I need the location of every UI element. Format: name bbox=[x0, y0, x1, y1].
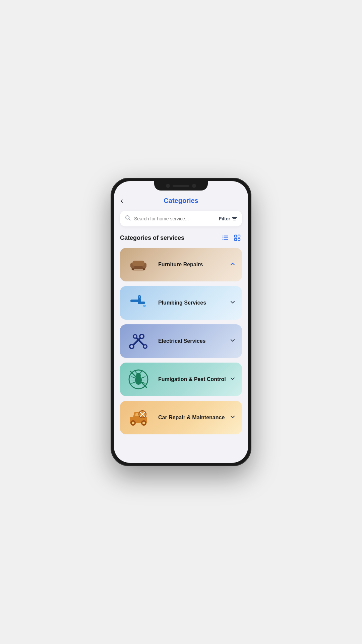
car-label: Car Repair & Maintenance bbox=[157, 415, 229, 421]
phone-frame: ‹ Categories Filter bbox=[111, 178, 251, 466]
bug-icon bbox=[128, 369, 149, 390]
car-icon-area bbox=[120, 401, 157, 434]
svg-rect-17 bbox=[132, 268, 134, 270]
svg-rect-18 bbox=[143, 268, 145, 270]
svg-line-36 bbox=[140, 371, 142, 374]
plumbing-chevron bbox=[229, 299, 242, 307]
wrench-cross-icon bbox=[128, 330, 149, 352]
sensor bbox=[192, 184, 196, 188]
sofa-icon bbox=[128, 254, 149, 275]
svg-point-23 bbox=[139, 296, 140, 298]
header: ‹ Categories bbox=[114, 193, 248, 207]
furniture-chevron bbox=[229, 261, 242, 269]
svg-point-29 bbox=[134, 335, 136, 338]
faucet-icon bbox=[128, 292, 149, 314]
search-icon bbox=[125, 215, 131, 222]
svg-point-27 bbox=[140, 335, 143, 338]
svg-line-39 bbox=[132, 382, 135, 383]
svg-line-1 bbox=[129, 219, 130, 220]
svg-rect-11 bbox=[238, 238, 240, 240]
furniture-label: Furniture Repairs bbox=[157, 262, 229, 268]
svg-point-48 bbox=[142, 422, 145, 424]
category-card-electrical[interactable]: Electrical Services bbox=[120, 324, 242, 358]
svg-line-40 bbox=[142, 377, 145, 378]
svg-rect-10 bbox=[235, 238, 237, 240]
svg-rect-8 bbox=[235, 235, 237, 237]
svg-point-31 bbox=[144, 345, 146, 348]
electrical-label: Electrical Services bbox=[157, 338, 229, 344]
fumigation-chevron bbox=[229, 375, 242, 384]
speaker bbox=[173, 185, 189, 187]
svg-point-6 bbox=[223, 237, 224, 238]
filter-button[interactable]: Filter bbox=[219, 216, 237, 221]
phone-screen: ‹ Categories Filter bbox=[114, 181, 248, 463]
notch bbox=[154, 181, 208, 191]
categories-section: Categories of services bbox=[114, 231, 248, 438]
view-toggles bbox=[221, 233, 242, 243]
car-icon bbox=[128, 407, 149, 428]
back-button[interactable]: ‹ bbox=[121, 197, 123, 205]
page-title: Categories bbox=[164, 197, 198, 205]
plumbing-icon-area bbox=[120, 286, 157, 320]
svg-rect-16 bbox=[132, 261, 144, 266]
grid-view-button[interactable] bbox=[233, 233, 242, 243]
search-input[interactable] bbox=[134, 216, 216, 221]
electrical-icon-area bbox=[120, 324, 157, 358]
category-card-car[interactable]: Car Repair & Maintenance bbox=[120, 401, 242, 434]
plumbing-label: Plumbing Services bbox=[157, 300, 229, 306]
category-card-fumigation[interactable]: Fumigation & Pest Control bbox=[120, 363, 242, 396]
search-bar: Filter bbox=[120, 211, 242, 226]
camera bbox=[166, 184, 170, 188]
car-chevron bbox=[229, 414, 242, 422]
categories-header: Categories of services bbox=[120, 233, 242, 243]
filter-icon bbox=[232, 217, 237, 220]
filter-label: Filter bbox=[219, 216, 230, 221]
list-view-button[interactable] bbox=[221, 233, 230, 243]
app-content: ‹ Categories Filter bbox=[114, 181, 248, 463]
furniture-icon-area bbox=[120, 248, 157, 281]
svg-line-37 bbox=[132, 377, 135, 378]
electrical-chevron bbox=[229, 337, 242, 345]
svg-line-35 bbox=[135, 371, 137, 374]
svg-point-5 bbox=[223, 235, 224, 236]
fumigation-label: Fumigation & Pest Control bbox=[157, 376, 229, 382]
svg-point-25 bbox=[130, 345, 133, 348]
search-container: Filter bbox=[114, 207, 248, 231]
svg-point-7 bbox=[223, 239, 224, 240]
category-cards-list: Furniture Repairs bbox=[120, 248, 242, 434]
category-card-plumbing[interactable]: Plumbing Services bbox=[120, 286, 242, 320]
svg-rect-21 bbox=[140, 302, 145, 304]
svg-rect-9 bbox=[238, 235, 240, 237]
categories-title: Categories of services bbox=[120, 234, 184, 241]
category-card-furniture[interactable]: Furniture Repairs bbox=[120, 248, 242, 281]
svg-point-46 bbox=[132, 422, 134, 424]
fumigation-icon-area bbox=[120, 363, 157, 396]
